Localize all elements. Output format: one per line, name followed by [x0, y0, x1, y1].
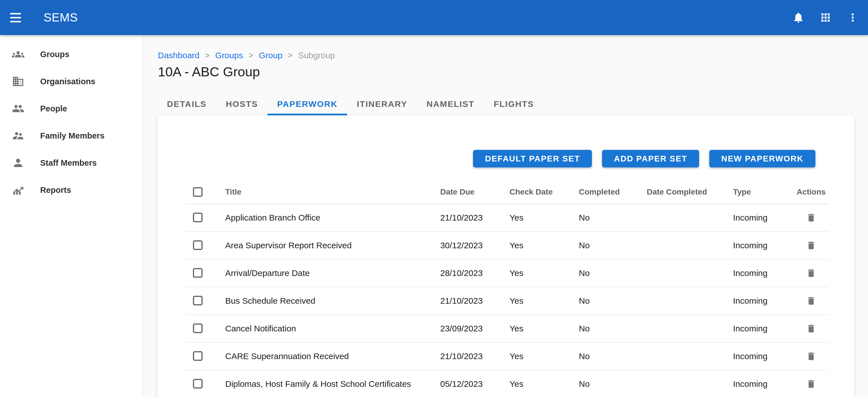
new-paperwork-button[interactable]: NEW PAPERWORK — [709, 150, 815, 167]
toolbar: DEFAULT PAPER SETADD PAPER SETNEW PAPERW… — [157, 115, 855, 167]
row-checkbox[interactable] — [193, 212, 203, 222]
sidebar-item-staff-members[interactable]: Staff Members — [0, 149, 143, 176]
table-row: Arrival/Departure Date28/10/2023YesNoInc… — [186, 260, 828, 287]
sidebar-item-reports[interactable]: Reports — [0, 176, 143, 204]
cell-title: Application Branch Office — [225, 213, 440, 223]
breadcrumb-separator: > — [249, 51, 253, 60]
topbar-actions — [792, 11, 859, 24]
cell-date-due: 28/10/2023 — [440, 268, 509, 278]
cell-check-date: Yes — [509, 241, 579, 250]
delete-button[interactable] — [805, 211, 817, 224]
tab-details[interactable]: DETAILS — [157, 94, 216, 115]
row-checkbox[interactable] — [193, 268, 203, 278]
cell-completed: No — [579, 241, 647, 250]
cell-title: CARE Superannuation Received — [225, 352, 440, 361]
page-title: 10A - ABC Group — [158, 63, 868, 80]
cell-completed: No — [579, 213, 647, 223]
table-row: Cancel Notification23/09/2023YesNoIncomi… — [186, 315, 828, 343]
notifications-button[interactable] — [792, 11, 805, 24]
delete-icon — [805, 324, 817, 334]
sidebar-item-organisations[interactable]: Organisations — [0, 68, 143, 95]
cell-type: Incoming — [733, 379, 794, 389]
cell-date-due: 21/10/2023 — [440, 213, 509, 223]
cell-date-due: 23/09/2023 — [440, 324, 509, 333]
cell-completed: No — [579, 352, 647, 361]
sidebar-item-label: People — [40, 104, 67, 113]
delete-button[interactable] — [805, 295, 817, 307]
breadcrumb: Dashboard>Groups>Group>Subgroup — [158, 50, 868, 61]
tab-bar: DETAILSHOSTSPAPERWORKITINERARYNAMELISTFL… — [157, 94, 868, 115]
table-row: CARE Superannuation Received21/10/2023Ye… — [186, 343, 828, 370]
cell-type: Incoming — [733, 296, 794, 306]
table-body: Application Branch Office21/10/2023YesNo… — [186, 204, 828, 397]
table-row: Diplomas, Host Family & Host School Cert… — [186, 370, 828, 397]
table-row: Area Supervisor Report Received30/12/202… — [186, 232, 828, 260]
sidebar-item-label: Organisations — [40, 77, 95, 86]
content-card: DEFAULT PAPER SETADD PAPER SETNEW PAPERW… — [157, 115, 855, 397]
sidebar-item-label: Family Members — [40, 131, 104, 140]
cell-date-due: 30/12/2023 — [440, 241, 509, 250]
menu-icon[interactable] — [10, 9, 27, 26]
delete-button[interactable] — [805, 378, 817, 390]
cell-check-date: Yes — [509, 379, 579, 389]
breadcrumb-link-group[interactable]: Group — [259, 51, 282, 60]
delete-icon — [805, 268, 817, 278]
delete-button[interactable] — [805, 239, 817, 252]
table-header-row: TitleDate DueCheck DateCompletedDate Com… — [186, 180, 828, 204]
tab-hosts[interactable]: HOSTS — [216, 94, 267, 115]
sidebar: GroupsOrganisationsPeopleFamily MembersS… — [0, 35, 143, 397]
breadcrumb-link-groups[interactable]: Groups — [215, 51, 243, 60]
app-title: SEMS — [43, 11, 78, 24]
column-header-date-due: Date Due — [440, 188, 509, 197]
cell-date-due: 21/10/2023 — [440, 296, 509, 306]
sidebar-item-label: Groups — [40, 50, 69, 59]
apps-icon — [819, 11, 832, 24]
breadcrumb-separator: > — [288, 51, 292, 60]
cell-type: Incoming — [733, 352, 794, 361]
cell-check-date: Yes — [509, 324, 579, 333]
cell-title: Cancel Notification — [225, 324, 440, 333]
row-checkbox[interactable] — [193, 240, 203, 250]
cell-type: Incoming — [733, 268, 794, 278]
default-paper-set-button[interactable]: DEFAULT PAPER SET — [473, 150, 592, 167]
column-header-completed: Completed — [579, 188, 647, 197]
delete-button[interactable] — [805, 350, 817, 363]
delete-button[interactable] — [805, 322, 817, 335]
sidebar-item-label: Staff Members — [40, 158, 97, 168]
delete-icon — [805, 379, 817, 389]
paperwork-table: TitleDate DueCheck DateCompletedDate Com… — [186, 180, 828, 397]
breadcrumb-link-dashboard[interactable]: Dashboard — [158, 51, 199, 60]
tab-itinerary[interactable]: ITINERARY — [347, 94, 417, 115]
column-header-type: Type — [733, 188, 794, 197]
tab-flights[interactable]: FLIGHTS — [484, 94, 544, 115]
reports-icon — [12, 184, 24, 196]
cell-check-date: Yes — [509, 352, 579, 361]
cell-type: Incoming — [733, 241, 794, 250]
select-all-checkbox[interactable] — [193, 187, 203, 197]
cell-check-date: Yes — [509, 213, 579, 223]
cell-completed: No — [579, 296, 647, 306]
row-checkbox[interactable] — [193, 324, 203, 333]
sidebar-item-people[interactable]: People — [0, 95, 143, 122]
cell-check-date: Yes — [509, 296, 579, 306]
breadcrumb-separator: > — [205, 51, 210, 60]
more-vert-button[interactable] — [846, 11, 859, 24]
breadcrumb-current: Subgroup — [298, 51, 335, 60]
add-paper-set-button[interactable]: ADD PAPER SET — [602, 150, 699, 167]
cell-title: Bus Schedule Received — [225, 296, 440, 306]
sidebar-item-groups[interactable]: Groups — [0, 41, 143, 68]
row-checkbox[interactable] — [193, 296, 203, 305]
row-checkbox[interactable] — [193, 351, 203, 361]
tab-paperwork[interactable]: PAPERWORK — [267, 94, 347, 115]
column-header-check-date: Check Date — [509, 188, 579, 197]
delete-icon — [805, 240, 817, 251]
delete-button[interactable] — [805, 267, 817, 279]
more-vert-icon — [846, 11, 859, 24]
sidebar-item-family-members[interactable]: Family Members — [0, 122, 143, 149]
apps-button[interactable] — [819, 11, 832, 24]
tab-namelist[interactable]: NAMELIST — [417, 94, 484, 115]
delete-icon — [805, 351, 817, 361]
row-checkbox[interactable] — [193, 379, 203, 389]
column-header-date-completed: Date Completed — [647, 188, 733, 197]
notifications-icon — [792, 11, 805, 24]
